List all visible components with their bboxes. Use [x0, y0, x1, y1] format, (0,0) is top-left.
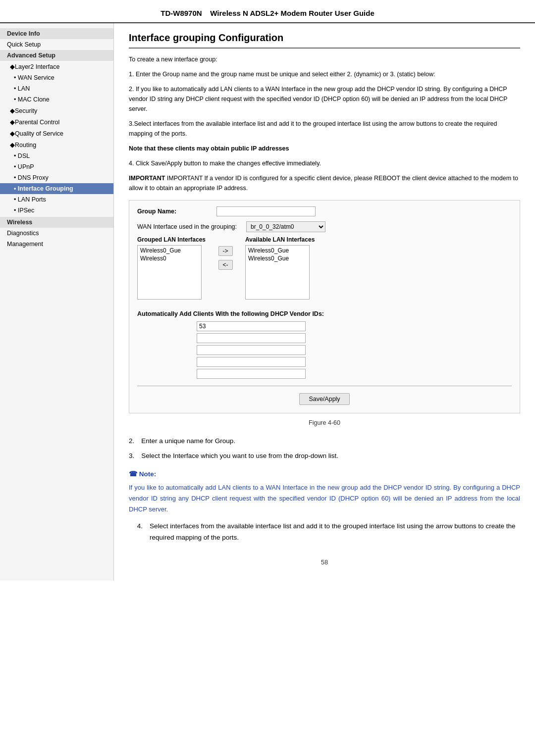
- available-lan-label: Available LAN Interfaces: [245, 236, 315, 243]
- arrow-left-button[interactable]: <-: [218, 260, 233, 270]
- sidebar-item-lan[interactable]: • LAN: [0, 83, 113, 94]
- sidebar-item-routing[interactable]: ◆Routing: [0, 139, 113, 151]
- sidebar-item-quick-setup[interactable]: Quick Setup: [0, 39, 113, 50]
- sidebar-item-security[interactable]: ◆Security: [0, 105, 113, 116]
- arrow-buttons-group: -> <-: [211, 236, 240, 270]
- phone-icon: ☎: [129, 470, 137, 478]
- step4-section: 4. Select interfaces from the available …: [129, 521, 520, 544]
- step2-num: 2.: [129, 435, 134, 447]
- note-section: ☎ Note: If you like to automatically add…: [129, 468, 520, 515]
- model-name: TD-W8970N: [160, 9, 202, 17]
- grouped-lan-box: Grouped LAN Interfaces Wireless0_Gue Wir…: [137, 236, 206, 300]
- available-lan-list[interactable]: Wireless0_Gue Wireless0_Gue: [245, 245, 310, 300]
- sidebar-item-upnp[interactable]: • UPnP: [0, 161, 113, 172]
- sidebar-item-dsl[interactable]: • DSL: [0, 151, 113, 161]
- sidebar-item-wireless[interactable]: Wireless: [0, 217, 113, 228]
- dhcp-input-5[interactable]: [197, 369, 306, 379]
- step3-num: 3.: [129, 450, 134, 462]
- form-divider: [137, 386, 512, 386]
- step3-text: 3.Select interfaces from the available i…: [129, 119, 520, 139]
- step1-text: 1. Enter the Group name and the group na…: [129, 69, 520, 79]
- sidebar-item-interface-grouping[interactable]: • Interface Grouping: [0, 183, 113, 194]
- sidebar-item-wan-service[interactable]: • WAN Service: [0, 72, 113, 83]
- instructions-block: To create a new interface group: 1. Ente…: [129, 54, 520, 168]
- sidebar-item-lan-ports[interactable]: • LAN Ports: [0, 194, 113, 205]
- available-lan-box: Available LAN Interfaces Wireless0_Gue W…: [245, 236, 315, 300]
- page-number: 58: [129, 558, 520, 566]
- below-figure-section: 2. Enter a unique name for Group. 3. Sel…: [129, 435, 520, 544]
- note-bold-text: Note that these clients may obtain publi…: [129, 144, 520, 153]
- dhcp-input-4[interactable]: [197, 357, 306, 367]
- step2-below: Enter a unique name for Group.: [141, 435, 235, 447]
- step2-text: 2. If you like to automatically add LAN …: [129, 84, 520, 114]
- dhcp-label: Automatically Add Clients With the follo…: [137, 310, 512, 317]
- step3-below: Select the Interface which you want to u…: [141, 450, 338, 462]
- wan-interface-select[interactable]: br_0_0_32/atm0: [246, 221, 325, 232]
- sidebar-item-advanced-setup[interactable]: Advanced Setup: [0, 50, 113, 61]
- wan-interface-row: WAN Interface used in the grouping: br_0…: [137, 221, 512, 232]
- group-name-input[interactable]: [216, 206, 316, 216]
- group-name-label: Group Name:: [137, 208, 216, 215]
- save-row: Save/Apply: [137, 393, 512, 405]
- sidebar-item-quality-of-service[interactable]: ◆Quality of Service: [0, 128, 113, 139]
- main-content: Interface grouping Configuration To crea…: [114, 23, 535, 581]
- sidebar-item-dns-proxy[interactable]: • DNS Proxy: [0, 172, 113, 183]
- configuration-form: Group Name: WAN Interface used in the gr…: [129, 200, 520, 413]
- step4-num: 4.: [129, 521, 143, 544]
- sidebar-item-ipsec[interactable]: • IPSec: [0, 205, 113, 216]
- page-title: Interface grouping Configuration: [129, 32, 520, 49]
- grouped-lan-label: Grouped LAN Interfaces: [137, 236, 206, 243]
- sidebar: Device Info Quick Setup Advanced Setup ◆…: [0, 23, 114, 581]
- intro-line: To create a new interface group:: [129, 54, 520, 64]
- dhcp-input-1[interactable]: [197, 321, 306, 331]
- save-apply-button[interactable]: Save/Apply: [299, 393, 349, 405]
- available-item-1[interactable]: Wireless0_Gue: [247, 247, 308, 254]
- dhcp-inputs: [197, 321, 512, 379]
- figure-caption: Figure 4-60: [129, 419, 520, 426]
- grouped-lan-list[interactable]: Wireless0_Gue Wireless0: [137, 245, 202, 300]
- grouped-item-2[interactable]: Wireless0: [139, 254, 200, 262]
- header-title: Wireless N ADSL2+ Modem Router User Guid…: [210, 9, 374, 17]
- note-body: If you like to automatically add LAN cli…: [129, 482, 520, 515]
- available-item-2[interactable]: Wireless0_Gue: [247, 254, 308, 262]
- interfaces-section: Grouped LAN Interfaces Wireless0_Gue Wir…: [137, 236, 512, 300]
- important-notice: IMPORTANT IMPORTANT If a vendor ID is co…: [129, 173, 520, 193]
- page-header: TD-W8970N Wireless N ADSL2+ Modem Router…: [0, 0, 535, 23]
- wan-label: WAN Interface used in the grouping:: [137, 223, 246, 230]
- group-name-row: Group Name:: [137, 206, 512, 216]
- sidebar-item-mac-clone[interactable]: • MAC Clone: [0, 94, 113, 105]
- dhcp-section: Automatically Add Clients With the follo…: [137, 310, 512, 379]
- sidebar-item-device-info[interactable]: Device Info: [0, 28, 113, 39]
- grouped-item-1[interactable]: Wireless0_Gue: [139, 247, 200, 254]
- sidebar-item-parental-control[interactable]: ◆Parental Control: [0, 116, 113, 128]
- step4-pre-text: 4. Click Save/Apply button to make the c…: [129, 158, 520, 168]
- sidebar-item-diagnostics[interactable]: Diagnostics: [0, 228, 113, 239]
- arrow-right-button[interactable]: ->: [218, 246, 233, 256]
- dhcp-input-3[interactable]: [197, 345, 306, 355]
- sidebar-item-management[interactable]: Management: [0, 239, 113, 250]
- step4-text: Select interfaces from the available int…: [150, 521, 520, 544]
- sidebar-item-layer2-interface[interactable]: ◆Layer2 Interface: [0, 61, 113, 72]
- note-header: ☎ Note:: [129, 468, 520, 480]
- dhcp-input-2[interactable]: [197, 333, 306, 343]
